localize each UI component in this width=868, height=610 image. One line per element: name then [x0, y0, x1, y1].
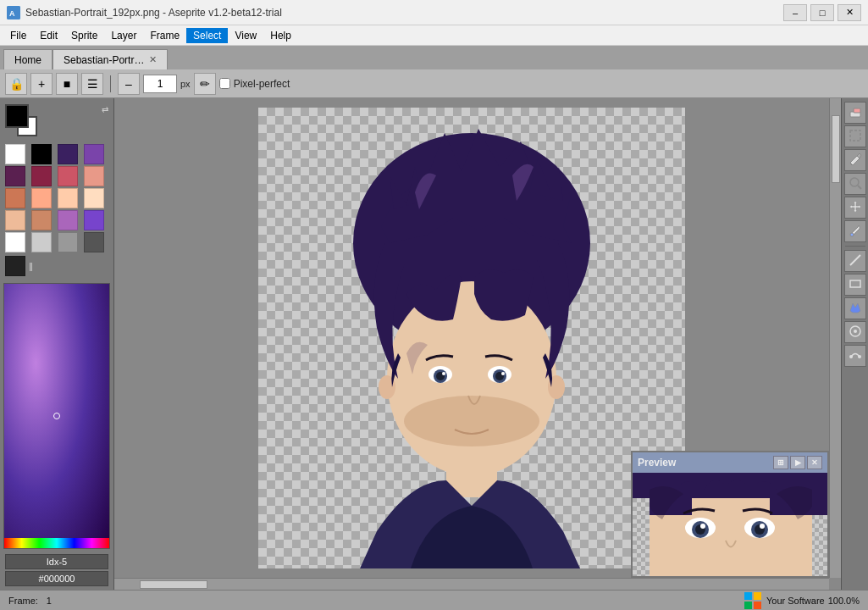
swatch-10[interactable]: [58, 188, 78, 208]
svg-rect-45: [850, 280, 860, 287]
line-tool-button[interactable]: [844, 250, 866, 272]
swatch-4[interactable]: [5, 166, 25, 186]
h-scrollbar[interactable]: [114, 578, 829, 590]
pixel-perfect-checkbox[interactable]: [219, 78, 230, 89]
menu-layer[interactable]: Layer: [104, 28, 143, 43]
extra-icon: [849, 348, 862, 364]
fill-tool-button[interactable]: [844, 297, 866, 319]
extra-tool-button[interactable]: [844, 345, 866, 367]
selection-icon: [849, 129, 862, 145]
hex-label[interactable]: #000000: [5, 571, 108, 586]
eraser-tool-button[interactable]: [844, 102, 866, 124]
swatch-7[interactable]: [84, 166, 104, 186]
frame-label: Frame:: [8, 596, 38, 606]
menu-file[interactable]: File: [3, 28, 33, 43]
v-scrollbar[interactable]: [829, 98, 841, 578]
idx-label[interactable]: Idx-5: [5, 554, 108, 569]
eraser-icon: [849, 105, 862, 121]
tab-home[interactable]: Home: [3, 49, 53, 69]
swatch-19[interactable]: [84, 232, 104, 252]
svg-point-48: [849, 355, 853, 358]
swatch-12[interactable]: [5, 210, 25, 230]
ink-button[interactable]: ✏: [194, 73, 216, 95]
close-button[interactable]: ✕: [838, 4, 861, 21]
stop-button[interactable]: ■: [56, 73, 78, 95]
toolbar: 🔒 + ■ ☰ – px ✏ Pixel-perfect: [0, 69, 868, 98]
menu-frame[interactable]: Frame: [143, 28, 186, 43]
menu-bar: File Edit Sprite Layer Frame Select View…: [0, 25, 868, 46]
zoom-tool-button[interactable]: [844, 173, 866, 195]
move-tool-button[interactable]: [844, 197, 866, 219]
swatch-5[interactable]: [31, 166, 52, 186]
svg-point-14: [442, 372, 445, 375]
swatch-20[interactable]: [5, 256, 25, 276]
contour-tool-button[interactable]: [844, 321, 866, 343]
svg-line-42: [858, 186, 861, 189]
title-bar: A Sebastian-Portrait_192px.png - Aseprit…: [0, 0, 868, 25]
swap-colors-icon[interactable]: ⇄: [102, 105, 108, 114]
color-swatches: ‖: [0, 141, 113, 280]
preview-expand-button[interactable]: ⊞: [773, 456, 788, 469]
windows-logo-icon: [743, 591, 763, 611]
swatch-8[interactable]: [5, 188, 25, 208]
swatch-18[interactable]: [58, 232, 78, 252]
frame-value: 1: [47, 596, 52, 606]
swatch-0[interactable]: [5, 144, 25, 164]
swatch-9[interactable]: [31, 188, 52, 208]
selection-tool-button[interactable]: [844, 125, 866, 147]
swatch-14[interactable]: [58, 210, 78, 230]
swatch-13[interactable]: [31, 210, 52, 230]
svg-point-36: [760, 524, 765, 529]
menu-select[interactable]: Select: [186, 28, 228, 43]
swatch-grid: [5, 144, 108, 252]
menu-edit[interactable]: Edit: [33, 28, 64, 43]
pencil-tool-button[interactable]: [844, 149, 866, 171]
size-suffix: px: [180, 79, 191, 89]
minus-button[interactable]: –: [118, 73, 140, 95]
svg-point-41: [850, 178, 859, 186]
svg-point-43: [850, 233, 854, 236]
hamburger-icon: ☰: [87, 77, 98, 91]
swatch-1[interactable]: [31, 144, 52, 164]
menu-button[interactable]: ☰: [81, 73, 103, 95]
preview-play-button[interactable]: ▶: [790, 456, 805, 469]
swatch-17[interactable]: [31, 232, 52, 252]
add-button[interactable]: +: [30, 73, 53, 95]
menu-help[interactable]: Help: [263, 28, 298, 43]
color-picker-area[interactable]: [3, 283, 110, 549]
stop-icon: ■: [64, 77, 70, 91]
preview-content: [633, 473, 827, 576]
foreground-color-box[interactable]: [5, 104, 29, 128]
svg-text:A: A: [9, 9, 15, 18]
rect-tool-button[interactable]: [844, 274, 866, 296]
menu-sprite[interactable]: Sprite: [64, 28, 104, 43]
minimize-button[interactable]: –: [783, 4, 807, 21]
pencil-icon: [849, 152, 862, 169]
lock-icon: 🔒: [9, 77, 24, 91]
menu-view[interactable]: View: [228, 28, 263, 43]
preview-header: Preview ⊞ ▶ ✕: [633, 452, 827, 473]
lock-button[interactable]: 🔒: [5, 73, 27, 95]
preview-title: Preview: [638, 457, 676, 469]
swatch-6[interactable]: [58, 166, 78, 186]
spectrum-bar[interactable]: [4, 538, 109, 548]
tab-close-icon[interactable]: ✕: [149, 54, 157, 65]
maximize-button[interactable]: □: [810, 4, 834, 21]
pixel-canvas[interactable]: [258, 108, 685, 568]
separator-1: [110, 75, 111, 92]
swatch-16[interactable]: [5, 232, 25, 252]
contour-icon: [849, 324, 862, 341]
swatch-11[interactable]: [84, 188, 104, 208]
swatch-2[interactable]: [58, 144, 78, 164]
swatch-15[interactable]: [84, 210, 104, 230]
tab-document[interactable]: Sebastian-Portr… ✕: [53, 49, 168, 69]
tab-document-label: Sebastian-Portr…: [64, 54, 144, 66]
v-scroll-thumb[interactable]: [832, 115, 840, 183]
swatch-3[interactable]: [84, 144, 104, 164]
app-icon: A: [7, 6, 20, 19]
size-input[interactable]: [143, 75, 177, 93]
h-scroll-thumb[interactable]: [140, 580, 207, 589]
color-labels: Idx-5 #000000: [0, 552, 113, 590]
eyedropper-tool-button[interactable]: [844, 220, 866, 242]
preview-close-button[interactable]: ✕: [807, 456, 822, 469]
